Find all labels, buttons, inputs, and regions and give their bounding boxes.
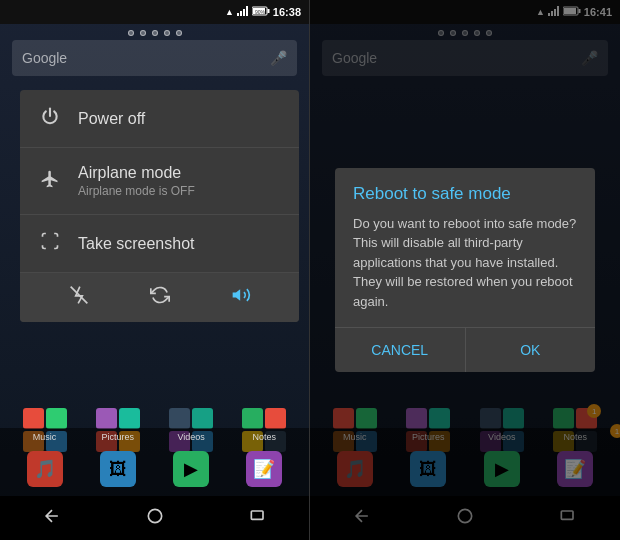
signal-icon	[237, 6, 249, 18]
power-icon	[38, 106, 62, 131]
google-logo-left: Google	[22, 50, 67, 66]
left-phone-screen: ▲ 90% 16:	[0, 0, 310, 540]
music-app-icon[interactable]: 🎵	[27, 451, 63, 487]
notes-app-icon[interactable]: 📝	[246, 451, 282, 487]
dock-icons-left: 🎵 🖼 ▶ 📝	[0, 442, 309, 496]
cancel-button[interactable]: Cancel	[335, 328, 466, 372]
screenshot-item[interactable]: Take screenshot	[20, 215, 299, 273]
dock-label-notes: Notes	[234, 432, 294, 442]
svg-rect-2	[243, 9, 245, 16]
status-bar-left: ▲ 90% 16:	[0, 0, 309, 24]
dock-labels-left: Music Pictures Videos Notes	[0, 428, 309, 442]
wifi-icon: ▲	[225, 7, 234, 17]
svg-text:90%: 90%	[255, 9, 266, 15]
dock-label-videos: Videos	[161, 432, 221, 442]
page-dots-left	[0, 24, 309, 40]
ok-button[interactable]: OK	[466, 328, 596, 372]
dock-label-music: Music	[15, 432, 75, 442]
svg-point-9	[148, 509, 161, 522]
status-time-left: 16:38	[273, 6, 301, 18]
google-search-bar-left[interactable]: Google 🎤	[12, 40, 297, 76]
battery-icon: 90%	[252, 6, 270, 18]
nav-bar-left	[0, 496, 309, 540]
screenshot-icon	[38, 231, 62, 256]
recents-button-left[interactable]	[248, 506, 268, 531]
dot-5	[176, 30, 182, 36]
screenshot-label: Take screenshot	[78, 235, 281, 253]
safe-mode-dialog: Reboot to safe mode Do you want to reboo…	[335, 168, 595, 373]
dock-label-pictures: Pictures	[88, 432, 148, 442]
dialog-overlay: Reboot to safe mode Do you want to reboo…	[310, 0, 620, 540]
pictures-app-icon[interactable]: 🖼	[100, 451, 136, 487]
power-off-item[interactable]: Power off	[20, 90, 299, 148]
dot-1	[128, 30, 134, 36]
dot-3	[152, 30, 158, 36]
dot-4	[164, 30, 170, 36]
airplane-mode-content: Airplane mode Airplane mode is OFF	[78, 164, 281, 198]
svg-rect-0	[237, 13, 239, 16]
dialog-body: Do you want to reboot into safe mode? Th…	[335, 214, 595, 328]
svg-rect-1	[240, 11, 242, 16]
rotate-icon[interactable]	[150, 285, 170, 310]
videos-app-icon[interactable]: ▶	[173, 451, 209, 487]
svg-rect-3	[246, 6, 248, 16]
volume-icon[interactable]	[231, 285, 251, 310]
back-button-left[interactable]	[42, 506, 62, 531]
power-off-label: Power off	[78, 110, 281, 128]
power-menu: Power off Airplane mode Airplane mode is…	[20, 90, 299, 322]
dot-2	[140, 30, 146, 36]
svg-rect-10	[251, 511, 263, 519]
app-dock-left: Music Pictures Videos Notes 🎵 🖼 ▶ 📝	[0, 428, 309, 496]
screenshot-content: Take screenshot	[78, 235, 281, 253]
menu-bottom-icons	[20, 273, 299, 322]
home-button-left[interactable]	[145, 506, 165, 531]
dialog-title: Reboot to safe mode	[335, 168, 595, 214]
airplane-icon	[38, 169, 62, 194]
dialog-actions: Cancel OK	[335, 327, 595, 372]
right-phone-screen: ▲ 16:41	[310, 0, 620, 540]
svg-rect-5	[267, 9, 269, 13]
flash-off-icon[interactable]	[69, 285, 89, 310]
airplane-mode-status: Airplane mode is OFF	[78, 184, 281, 198]
mic-icon-left[interactable]: 🎤	[270, 50, 287, 66]
power-off-content: Power off	[78, 110, 281, 128]
airplane-mode-label: Airplane mode	[78, 164, 281, 182]
airplane-mode-item[interactable]: Airplane mode Airplane mode is OFF	[20, 148, 299, 215]
